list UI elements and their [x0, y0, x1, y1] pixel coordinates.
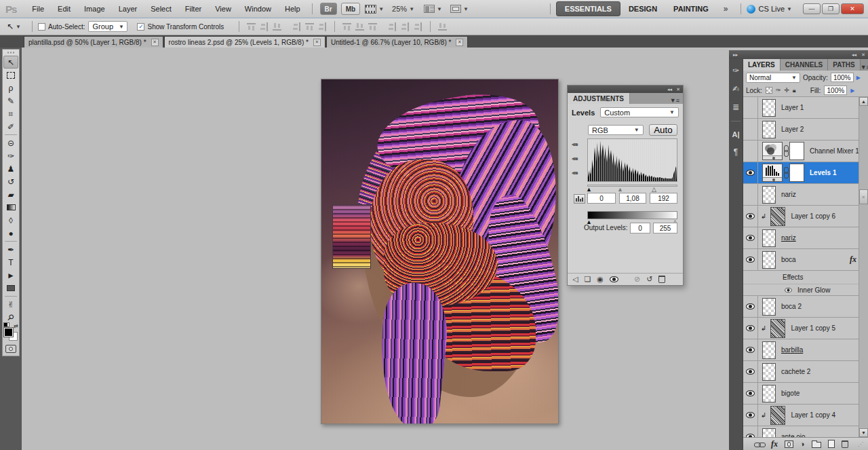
opacity-slider-arrow[interactable]: ▶: [856, 75, 861, 81]
mask-link-icon[interactable]: [783, 166, 789, 180]
layer-mask-thumbnail[interactable]: [789, 142, 804, 160]
eyedropper-tool[interactable]: ✐: [3, 120, 18, 133]
align-top-edges-icon[interactable]: [247, 23, 256, 31]
output-black-field[interactable]: 0: [630, 223, 650, 233]
menu-filter[interactable]: Filter: [179, 3, 208, 15]
reset-adjustment-icon[interactable]: ↺: [646, 276, 652, 283]
visibility-toggle[interactable]: [743, 184, 758, 205]
tab-adjustments[interactable]: ADJUSTMENTS: [568, 93, 630, 104]
distribute-vertical-centers-icon[interactable]: [355, 23, 364, 31]
tab-layers[interactable]: LAYERS: [743, 59, 781, 71]
panel-drag-bar[interactable]: ◂◂✕: [568, 86, 683, 93]
layer-name[interactable]: nariz: [781, 234, 796, 242]
visibility-toggle[interactable]: [743, 339, 758, 360]
align-right-edges-icon[interactable]: [319, 22, 326, 31]
align-bottom-edges-icon[interactable]: [273, 23, 281, 31]
layer-visibility-icon[interactable]: [610, 276, 618, 282]
visibility-toggle[interactable]: [743, 162, 758, 183]
distribute-horizontal-centers-icon[interactable]: [401, 22, 409, 31]
clone-source-panel-icon[interactable]: ≣: [732, 102, 739, 112]
panel-menu-icon[interactable]: ▼≡: [861, 64, 868, 71]
visibility-toggle[interactable]: [743, 318, 758, 339]
link-layers-icon[interactable]: [757, 442, 766, 447]
visibility-toggle[interactable]: [743, 119, 758, 140]
layer-thumbnail[interactable]: [770, 406, 785, 425]
workspace-design[interactable]: DESIGN: [620, 2, 665, 16]
crop-tool[interactable]: ⌗: [3, 107, 18, 120]
visibility-toggle[interactable]: [743, 140, 758, 162]
auto-select-checkbox[interactable]: [38, 23, 45, 31]
layer-name[interactable]: Layer 1 copy 4: [791, 411, 835, 419]
new-adjustment-layer-icon[interactable]: ◑: [800, 440, 805, 448]
lock-position-icon[interactable]: ✛: [784, 87, 789, 94]
layer-thumbnail[interactable]: [762, 363, 776, 381]
layer-name[interactable]: barbilla: [781, 346, 803, 354]
input-black-field[interactable]: 0: [587, 193, 616, 204]
menu-image[interactable]: Image: [78, 3, 111, 15]
channel-mixer-thumbnail[interactable]: [762, 142, 783, 160]
layer-name[interactable]: Layer 2: [781, 126, 804, 133]
foreground-color-swatch[interactable]: [4, 328, 13, 337]
layer-name[interactable]: bigote: [781, 390, 800, 397]
panel-grip[interactable]: [7, 51, 15, 54]
input-white-field[interactable]: 192: [650, 193, 677, 204]
auto-align-layers-icon[interactable]: [438, 23, 447, 31]
visibility-toggle[interactable]: [743, 383, 758, 404]
collapse-dock-icon[interactable]: ◂◂: [852, 52, 856, 58]
previous-state-icon[interactable]: ⊘: [634, 276, 640, 283]
channel-dropdown[interactable]: RGB▼: [588, 125, 644, 135]
lock-pixels-icon[interactable]: ✑: [776, 87, 781, 94]
layer-mask-thumbnail[interactable]: [789, 164, 804, 182]
layer-row[interactable]: Channel Mixer 1: [743, 140, 868, 162]
rectangle-tool[interactable]: [3, 282, 18, 295]
delete-adjustment-icon[interactable]: [658, 276, 665, 283]
distribute-right-edges-icon[interactable]: [414, 22, 422, 31]
white-point-eyedropper-icon[interactable]: ✐: [570, 168, 581, 179]
document-canvas[interactable]: [321, 79, 559, 424]
layer-name[interactable]: Layer 1: [781, 104, 804, 111]
layer-thumbnail[interactable]: [770, 207, 785, 226]
menu-window[interactable]: Window: [239, 3, 277, 15]
distribute-left-edges-icon[interactable]: [389, 22, 396, 31]
align-horizontal-centers-icon[interactable]: [305, 23, 314, 31]
add-layer-mask-icon[interactable]: [785, 440, 793, 448]
paragraph-panel-icon[interactable]: ¶: [734, 147, 738, 157]
gray-point-eyedropper-icon[interactable]: ✐: [570, 153, 581, 164]
layer-row[interactable]: Layer 2: [743, 119, 868, 140]
eraser-tool[interactable]: ▰: [3, 188, 18, 201]
expand-dock-icon[interactable]: ▸▸: [733, 52, 738, 58]
arrange-documents-button[interactable]: ▼: [424, 5, 442, 13]
blend-mode-dropdown[interactable]: Normal▼: [746, 73, 800, 83]
quick-selection-tool[interactable]: ✎: [3, 94, 18, 107]
menu-view[interactable]: View: [209, 3, 237, 15]
layer-thumbnail[interactable]: [762, 229, 776, 247]
tab-plantilla[interactable]: plantilla.psd @ 50% (Layer 1, RGB/8) *✕: [24, 36, 163, 48]
move-tool[interactable]: ↖: [3, 56, 18, 69]
scroll-down-icon[interactable]: ▼: [859, 428, 868, 437]
visibility-toggle[interactable]: [743, 361, 758, 382]
layer-row[interactable]: barbilla: [743, 339, 868, 361]
input-gamma-field[interactable]: 1,08: [619, 193, 646, 204]
screen-mode-button[interactable]: ▼: [450, 5, 469, 13]
path-selection-tool[interactable]: ►: [3, 269, 18, 282]
white-input-slider[interactable]: △: [652, 187, 656, 193]
menu-help[interactable]: Help: [279, 3, 307, 15]
layer-style-icon[interactable]: fx: [771, 439, 778, 449]
layer-row[interactable]: nariz: [743, 227, 868, 249]
menu-select[interactable]: Select: [144, 3, 178, 15]
layer-row[interactable]: bigote: [743, 383, 868, 405]
output-white-field[interactable]: 255: [653, 223, 677, 233]
layer-thumbnail[interactable]: [762, 186, 776, 204]
layer-thumbnail[interactable]: [770, 319, 785, 338]
collapse-panel-icon[interactable]: ◂◂: [667, 87, 672, 92]
tab-paths[interactable]: PATHS: [828, 59, 860, 71]
layer-row[interactable]: Layer 1: [743, 97, 868, 119]
layer-name[interactable]: Layer 1 copy 6: [791, 212, 835, 220]
effect-row[interactable]: Inner Glow: [743, 284, 868, 296]
layer-row[interactable]: cachete 2: [743, 361, 868, 383]
lock-all-icon[interactable]: 🔒︎: [793, 87, 796, 94]
tab-rostro-lineas-2[interactable]: rostro lineas 2.psd @ 25% (Levels 1, RGB…: [164, 36, 326, 48]
layer-name[interactable]: boca 2: [781, 303, 802, 310]
layer-name[interactable]: cachete 2: [781, 368, 810, 375]
rectangular-marquee-tool[interactable]: [3, 69, 18, 81]
